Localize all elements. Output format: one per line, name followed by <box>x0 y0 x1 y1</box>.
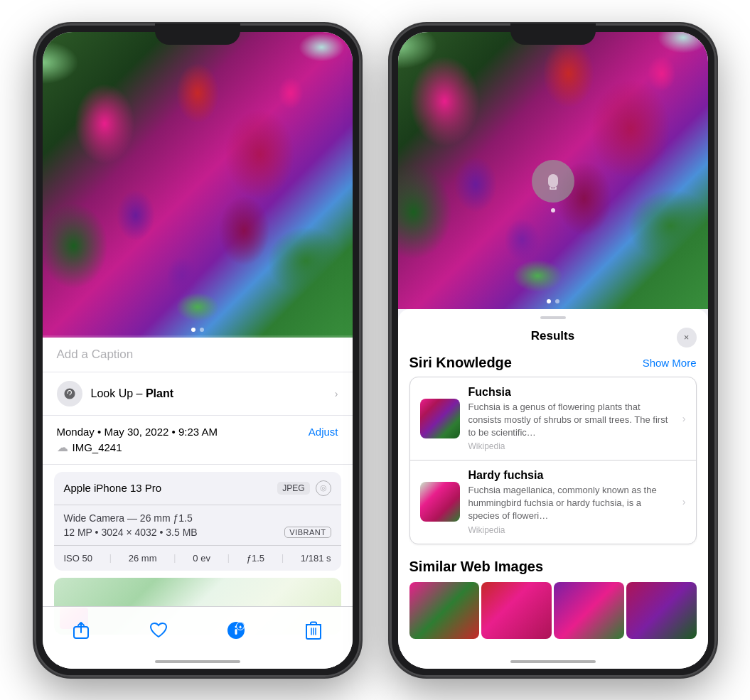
info-button[interactable]: ✦ <box>220 615 252 646</box>
vibrant-badge: VIBRANT <box>284 527 331 538</box>
similar-title: Similar Web Images <box>398 556 708 582</box>
siri-knowledge-header: Siri Knowledge Show More <box>398 352 708 377</box>
left-screen: Add a Caption Look Up – Plant <box>43 32 353 669</box>
right-dot-1 <box>547 299 551 303</box>
adjust-button[interactable]: Adjust <box>309 426 338 438</box>
fuchsia-source: Wikipedia <box>468 441 671 451</box>
cloud-icon: ☁ <box>57 441 68 454</box>
hardy-name: Hardy fuchsia <box>468 469 671 482</box>
svg-point-0 <box>69 396 70 397</box>
device-badges: JPEG ◎ <box>277 480 331 496</box>
flower-photo[interactable] <box>43 32 353 338</box>
device-name: Apple iPhone 13 Pro <box>64 482 162 494</box>
exif-row: ISO 50 | 26 mm | 0 ev | ƒ1.5 | 1/181 s <box>54 546 341 571</box>
right-screen: Results × Siri Knowledge Show More <box>398 32 708 669</box>
hardy-thumb-image <box>420 482 460 522</box>
knowledge-card: Fuchsia Fuchsia is a genus of flowering … <box>409 377 697 544</box>
caption-row[interactable]: Add a Caption <box>43 338 353 372</box>
home-indicator <box>155 660 240 663</box>
siri-visual-button[interactable] <box>532 160 574 203</box>
meta-section: Monday • May 30, 2022 • 9:23 AM Adjust ☁… <box>43 416 353 465</box>
hardy-description: Fuchsia magellanica, commonly known as t… <box>468 484 671 523</box>
results-close-button[interactable]: × <box>677 328 697 348</box>
hardy-source: Wikipedia <box>468 525 671 535</box>
knowledge-item-hardy[interactable]: Hardy fuchsia Fuchsia magellanica, commo… <box>410 461 696 544</box>
favorite-button[interactable] <box>143 615 174 646</box>
similar-section: Similar Web Images <box>398 550 708 639</box>
fuchsia-content: Fuchsia Fuchsia is a genus of flowering … <box>468 386 671 452</box>
format-badge: JPEG <box>277 482 309 495</box>
results-title: Results <box>531 329 574 343</box>
camera-row: Wide Camera — 26 mm ƒ1.5 12 MP • 3024 × … <box>54 505 341 546</box>
right-dot-2 <box>555 299 559 303</box>
location-icon: ◎ <box>316 480 331 496</box>
siri-knowledge-title: Siri Knowledge <box>409 355 512 371</box>
hardy-chevron-icon: › <box>682 496 686 507</box>
knowledge-item-fuchsia[interactable]: Fuchsia Fuchsia is a genus of flowering … <box>410 377 696 461</box>
lookup-chevron-icon: › <box>335 388 338 399</box>
dot-2 <box>200 328 204 332</box>
caption-placeholder: Add a Caption <box>57 348 134 361</box>
drag-handle <box>540 316 566 319</box>
photo-date: Monday • May 30, 2022 • 9:23 AM <box>57 426 218 438</box>
similar-images-row <box>398 582 708 639</box>
exif-shutter: 1/181 s <box>301 553 331 564</box>
right-page-indicator <box>547 299 559 303</box>
bottom-toolbar: ✦ <box>43 606 353 669</box>
exif-focal: 26 mm <box>129 553 157 564</box>
device-section: Apple iPhone 13 Pro JPEG ◎ Wide Camera —… <box>54 472 341 571</box>
right-home-indicator <box>510 660 596 663</box>
show-more-button[interactable]: Show More <box>643 357 697 369</box>
device-row: Apple iPhone 13 Pro JPEG ◎ <box>54 472 341 505</box>
fuchsia-description: Fuchsia is a genus of flowering plants t… <box>468 401 671 440</box>
lookup-label: Look Up – Plant <box>91 387 174 400</box>
right-notch <box>510 23 596 45</box>
camera-spec-1: Wide Camera — 26 mm ƒ1.5 <box>64 512 331 524</box>
svg-rect-4 <box>235 629 237 635</box>
camera-spec-2: 12 MP • 3024 × 4032 • 3.5 MB VIBRANT <box>64 527 331 538</box>
results-panel[interactable]: Results × Siri Knowledge Show More <box>398 309 708 669</box>
fuchsia-chevron-icon: › <box>682 413 686 424</box>
right-flower-photo <box>398 32 708 309</box>
svg-text:✦: ✦ <box>238 625 242 630</box>
fuchsia-thumbnail <box>420 399 460 438</box>
lookup-icon <box>57 381 82 406</box>
delete-button[interactable] <box>298 615 329 646</box>
results-header: Results × <box>398 323 708 352</box>
exif-aperture: ƒ1.5 <box>247 553 264 564</box>
exif-iso: ISO 50 <box>64 553 92 564</box>
similar-image-2[interactable] <box>481 582 552 639</box>
page-indicator <box>191 328 204 332</box>
similar-image-3[interactable] <box>554 582 624 639</box>
fuchsia-thumb-image <box>420 399 460 438</box>
hardy-content: Hardy fuchsia Fuchsia magellanica, commo… <box>468 469 671 535</box>
similar-image-1[interactable] <box>409 582 480 639</box>
left-phone: Add a Caption Look Up – Plant <box>34 23 361 677</box>
right-phone: Results × Siri Knowledge Show More <box>390 23 717 677</box>
lookup-row[interactable]: Look Up – Plant › <box>43 372 353 416</box>
similar-image-4[interactable] <box>626 582 697 639</box>
dot-1 <box>191 328 195 332</box>
filename-label: IMG_4241 <box>73 441 122 453</box>
exif-ev: 0 ev <box>193 553 210 564</box>
share-button[interactable] <box>65 615 97 646</box>
siri-dot <box>551 208 555 212</box>
hardy-thumbnail <box>420 482 460 522</box>
notch <box>155 23 240 45</box>
fuchsia-name: Fuchsia <box>468 386 671 399</box>
